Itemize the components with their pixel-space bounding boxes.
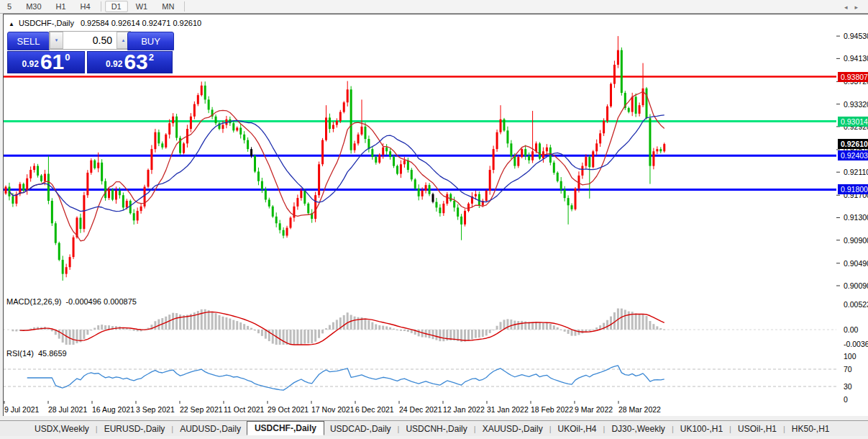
timeframe-button-5[interactable]: 5	[1, 1, 18, 12]
one-click-trade-panel: SELL ▼ ▲ BUY 0.92610 0.92632	[7, 31, 173, 73]
date-label: 29 Oct 2021	[268, 405, 309, 414]
timeframe-toolbar: 5M30H1H4D1W1MN	[0, 0, 868, 14]
current-price-badge: 0.92610	[838, 139, 868, 149]
date-label: 9 Mar 2022	[575, 405, 613, 414]
chart-tab-bar: USDX,Weekly|EURUSD-,Daily|AUDUSD-,DailyU…	[0, 420, 868, 436]
volume-input[interactable]	[63, 32, 117, 49]
tab-hk50-h1[interactable]: HK50-,H1	[786, 422, 836, 435]
date-label: 17 Nov 2021	[311, 405, 355, 414]
price-tick-label: 0.93320	[844, 100, 868, 109]
price-tick-label: 0.90090	[844, 281, 868, 290]
sell-price-pip: 0	[65, 52, 70, 63]
buy-price-base: 0.92	[106, 59, 122, 69]
tab-scroll-left-button[interactable]: ◂	[844, 4, 855, 11]
tab-usdcnh-daily[interactable]: USDCNH-,Daily	[400, 422, 472, 435]
sell-price-big: 61	[40, 53, 64, 71]
sell-button[interactable]: SELL	[7, 32, 50, 50]
date-label: 12 Jan 2022	[443, 405, 485, 414]
tab-scroll-right-button[interactable]: ▸	[854, 4, 865, 11]
rsi-value: 45.8659	[38, 349, 67, 358]
collapse-trade-panel-icon[interactable]: ▲	[9, 21, 14, 27]
chart-bottom-border	[3, 14, 868, 14]
tab-usdchf-daily[interactable]: USDCHF-,Daily	[247, 421, 324, 435]
chevron-down-icon: ▼	[55, 38, 59, 42]
macd-values: -0.000496 0.000875	[65, 297, 136, 306]
price-level-badge: 0.91800	[838, 184, 868, 194]
tab-usdx-weekly[interactable]: USDX,Weekly	[29, 422, 95, 435]
date-label: 16 Aug 2021	[92, 405, 134, 414]
ohlc-values: 0.92584 0.92614 0.92471 0.92610	[81, 19, 201, 27]
price-axis-separator	[3, 14, 4, 416]
sell-price-display[interactable]: 0.92610	[7, 51, 85, 73]
price-level-badge: 0.93014	[838, 117, 868, 127]
price-tick-label: 0.91300	[844, 213, 868, 222]
macd-indicator-label: MACD(12,26,9)-0.000496 0.000875	[6, 297, 137, 306]
rsi-tick-label: 70	[844, 365, 852, 374]
tab-dj30-weekly[interactable]: DJ30-,Weekly	[606, 422, 670, 435]
chart-area[interactable]: ▲USDCHF-,Daily0.92584 0.92614 0.92471 0.…	[3, 14, 868, 416]
tab-usdcad-daily[interactable]: USDCAD-,Daily	[324, 422, 397, 435]
price-axis[interactable]: 0.945300.941300.937200.933200.929200.925…	[837, 14, 868, 416]
date-label: 18 Feb 2022	[531, 405, 573, 414]
rsi-indicator-label: RSI(14)45.8659	[6, 349, 67, 358]
volume-stepper: ▼ ▲	[49, 31, 131, 50]
tab-scroll-arrows: ◂▸	[844, 4, 865, 11]
mt4-window: 5M30H1H4D1W1MN ▲USDCHF-,Daily0.92584 0.9…	[0, 0, 868, 439]
chevron-up-icon: ▲	[122, 38, 126, 42]
tab-ukoil-h4[interactable]: UKOil-,H4	[552, 422, 603, 435]
date-label: 3 Sep 2021	[136, 405, 175, 414]
toolbar-separator	[184, 1, 185, 12]
timeframe-button-w1[interactable]: W1	[129, 1, 155, 12]
volume-decrease-button[interactable]: ▼	[50, 32, 63, 49]
macd-name: MACD(12,26,9)	[6, 297, 61, 306]
rsi-tick-label: 100	[844, 352, 856, 361]
date-label: 9 Jul 2021	[4, 405, 39, 414]
buy-price-display[interactable]: 0.92632	[87, 51, 173, 73]
macd-tick-label: 0.00523	[844, 300, 868, 309]
tab-usoil-h1[interactable]: USOil-,H1	[732, 422, 782, 435]
buy-button[interactable]: BUY	[127, 32, 174, 50]
macd-tick-label: -0.00362	[844, 340, 868, 348]
tab-xauusd-daily[interactable]: XAUUSD-,Daily	[477, 422, 549, 435]
price-tick-label: 0.90900	[844, 236, 868, 245]
price-tick-label: 0.92110	[844, 168, 868, 176]
chart-canvas[interactable]	[3, 14, 868, 416]
tab-audusd-daily[interactable]: AUDUSD-,Daily	[174, 422, 247, 435]
chart-title: ▲USDCHF-,Daily0.92584 0.92614 0.92471 0.…	[9, 19, 201, 27]
timeframe-button-h1[interactable]: H1	[50, 1, 73, 12]
date-axis[interactable]: 9 Jul 202128 Jul 202116 Aug 20213 Sep 20…	[3, 402, 837, 416]
symbol-period-label: USDCHF-,Daily	[19, 19, 74, 27]
toolbar-separator	[101, 1, 101, 12]
tab-eurusd-daily[interactable]: EURUSD-,Daily	[99, 422, 171, 435]
buy-price-pip: 2	[149, 52, 154, 63]
date-label: 6 Dec 2021	[355, 405, 394, 414]
price-tick-label: 0.90490	[844, 259, 868, 268]
timeframe-button-mn[interactable]: MN	[155, 1, 181, 12]
price-tick-label: 0.94130	[844, 54, 868, 63]
price-tick-label: 0.94530	[844, 32, 868, 40]
sell-price-base: 0.92	[22, 59, 39, 69]
buy-price-big: 63	[124, 53, 147, 71]
price-level-badge: 0.92403	[838, 150, 868, 160]
rsi-tick-label: 30	[844, 382, 852, 391]
timeframe-button-m30[interactable]: M30	[19, 1, 47, 12]
timeframe-button-h4[interactable]: H4	[74, 1, 97, 12]
date-label: 11 Oct 2021	[224, 405, 264, 414]
rsi-name: RSI(14)	[6, 349, 34, 358]
date-label: 24 Dec 2021	[399, 405, 442, 414]
tab-uk100-h1[interactable]: UK100-,H1	[675, 422, 728, 435]
price-level-badge: 0.93807	[838, 72, 868, 82]
rsi-tick-label: 0	[844, 395, 848, 404]
date-label: 28 Jul 2021	[48, 405, 87, 414]
date-label: 22 Sep 2021	[180, 405, 223, 414]
macd-tick-label: 0.00	[844, 325, 858, 334]
date-label: 31 Jan 2022	[487, 405, 529, 414]
date-label: 28 Mar 2022	[618, 405, 661, 414]
timeframe-button-d1[interactable]: D1	[105, 1, 128, 12]
